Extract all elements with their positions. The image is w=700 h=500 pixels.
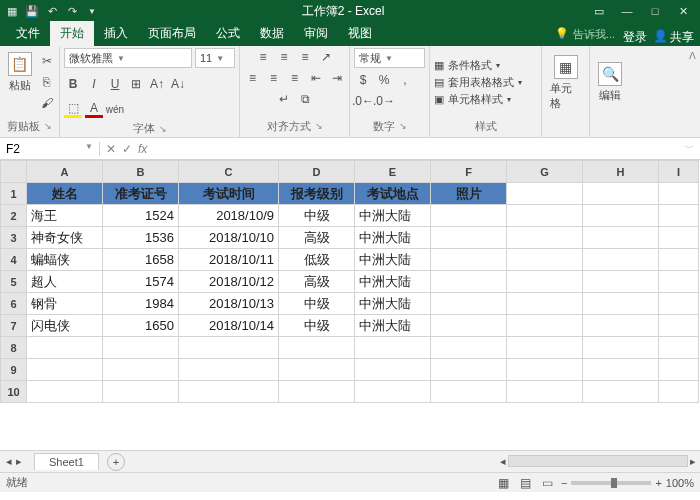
- currency-icon[interactable]: $: [354, 71, 372, 89]
- font-name-combo[interactable]: 微软雅黑▼: [64, 48, 192, 68]
- row-header-5[interactable]: 5: [1, 271, 27, 293]
- row-header-7[interactable]: 7: [1, 315, 27, 337]
- increase-indent-icon[interactable]: ⇥: [328, 69, 346, 87]
- tab-页面布局[interactable]: 页面布局: [138, 21, 206, 46]
- tab-文件[interactable]: 文件: [6, 21, 50, 46]
- border-icon[interactable]: ⊞: [127, 75, 145, 93]
- underline-icon[interactable]: U: [106, 75, 124, 93]
- cell-I1[interactable]: [659, 183, 699, 205]
- cell-H3[interactable]: [583, 227, 659, 249]
- cell-C5[interactable]: 2018/10/12: [179, 271, 279, 293]
- cell-H6[interactable]: [583, 293, 659, 315]
- tab-插入[interactable]: 插入: [94, 21, 138, 46]
- cell-B9[interactable]: [103, 359, 179, 381]
- cell-A3[interactable]: 神奇女侠: [27, 227, 103, 249]
- sheet-nav-next-icon[interactable]: ▸: [16, 455, 22, 468]
- cell-A6[interactable]: 钢骨: [27, 293, 103, 315]
- cell-D3[interactable]: 高级: [279, 227, 355, 249]
- format-painter-icon[interactable]: 🖌: [38, 94, 56, 112]
- cell-H1[interactable]: [583, 183, 659, 205]
- cell-G7[interactable]: [507, 315, 583, 337]
- expand-formula-icon[interactable]: ﹀: [679, 142, 700, 155]
- cell-C2[interactable]: 2018/10/9: [179, 205, 279, 227]
- cell-A1[interactable]: 姓名: [27, 183, 103, 205]
- cell-D4[interactable]: 低级: [279, 249, 355, 271]
- dialog-launcher-icon[interactable]: ↘: [159, 124, 167, 134]
- save-icon[interactable]: 💾: [24, 3, 40, 19]
- sheet-tab[interactable]: Sheet1: [34, 453, 99, 470]
- tell-me[interactable]: 💡告诉我...: [547, 23, 623, 46]
- hscroll-left-icon[interactable]: ◂: [500, 455, 506, 468]
- close-icon[interactable]: ✕: [670, 3, 696, 19]
- cell-F9[interactable]: [431, 359, 507, 381]
- row-header-8[interactable]: 8: [1, 337, 27, 359]
- cell-E7[interactable]: 中洲大陆: [355, 315, 431, 337]
- cancel-formula-icon[interactable]: ✕: [106, 142, 116, 156]
- col-header-D[interactable]: D: [279, 161, 355, 183]
- minimize-icon[interactable]: ―: [614, 3, 640, 19]
- cell-B7[interactable]: 1650: [103, 315, 179, 337]
- cell-E6[interactable]: 中洲大陆: [355, 293, 431, 315]
- col-header-F[interactable]: F: [431, 161, 507, 183]
- page-layout-icon[interactable]: ▤: [517, 474, 535, 492]
- cell-B3[interactable]: 1536: [103, 227, 179, 249]
- cells-button[interactable]: ▦单元格: [546, 53, 585, 113]
- cell-G3[interactable]: [507, 227, 583, 249]
- undo-icon[interactable]: ↶: [44, 3, 60, 19]
- page-break-icon[interactable]: ▭: [539, 474, 557, 492]
- cell-B8[interactable]: [103, 337, 179, 359]
- redo-icon[interactable]: ↷: [64, 3, 80, 19]
- cell-H8[interactable]: [583, 337, 659, 359]
- zoom-slider[interactable]: [571, 481, 651, 485]
- col-header-E[interactable]: E: [355, 161, 431, 183]
- cell-F5[interactable]: [431, 271, 507, 293]
- cell-D1[interactable]: 报考级别: [279, 183, 355, 205]
- row-header-6[interactable]: 6: [1, 293, 27, 315]
- cell-I2[interactable]: [659, 205, 699, 227]
- cell-C6[interactable]: 2018/10/13: [179, 293, 279, 315]
- cell-A9[interactable]: [27, 359, 103, 381]
- comma-icon[interactable]: ,: [396, 71, 414, 89]
- copy-icon[interactable]: ⎘: [38, 73, 56, 91]
- cell-I3[interactable]: [659, 227, 699, 249]
- align-right-icon[interactable]: ≡: [286, 69, 304, 87]
- dialog-launcher-icon[interactable]: ↘: [315, 121, 323, 131]
- cell-E3[interactable]: 中洲大陆: [355, 227, 431, 249]
- cell-styles-button[interactable]: ▣单元格样式▾: [434, 92, 522, 107]
- increase-font-icon[interactable]: A↑: [148, 75, 166, 93]
- dialog-launcher-icon[interactable]: ↘: [399, 121, 407, 131]
- cell-D5[interactable]: 高级: [279, 271, 355, 293]
- align-middle-icon[interactable]: ≡: [275, 48, 293, 66]
- col-header-C[interactable]: C: [179, 161, 279, 183]
- align-center-icon[interactable]: ≡: [265, 69, 283, 87]
- select-all-corner[interactable]: [1, 161, 27, 183]
- zoom-out-icon[interactable]: −: [561, 477, 567, 489]
- phonetic-icon[interactable]: wén: [106, 100, 124, 118]
- cell-A2[interactable]: 海王: [27, 205, 103, 227]
- cut-icon[interactable]: ✂: [38, 52, 56, 70]
- cell-D7[interactable]: 中级: [279, 315, 355, 337]
- italic-icon[interactable]: I: [85, 75, 103, 93]
- decrease-indent-icon[interactable]: ⇤: [307, 69, 325, 87]
- cell-D2[interactable]: 中级: [279, 205, 355, 227]
- number-format-combo[interactable]: 常规▼: [354, 48, 425, 68]
- name-box[interactable]: F2▼: [0, 142, 100, 156]
- cell-H5[interactable]: [583, 271, 659, 293]
- cell-G4[interactable]: [507, 249, 583, 271]
- cell-D10[interactable]: [279, 381, 355, 403]
- align-top-icon[interactable]: ≡: [254, 48, 272, 66]
- cell-C8[interactable]: [179, 337, 279, 359]
- cell-F4[interactable]: [431, 249, 507, 271]
- cell-E2[interactable]: 中洲大陆: [355, 205, 431, 227]
- cell-I4[interactable]: [659, 249, 699, 271]
- worksheet-grid[interactable]: ABCDEFGHI1姓名准考证号考试时间报考级别考试地点照片2海王1524201…: [0, 160, 700, 450]
- qat-dropdown-icon[interactable]: ▼: [84, 3, 100, 19]
- col-header-H[interactable]: H: [583, 161, 659, 183]
- cell-E9[interactable]: [355, 359, 431, 381]
- cell-G1[interactable]: [507, 183, 583, 205]
- tab-开始[interactable]: 开始: [50, 21, 94, 46]
- cell-I9[interactable]: [659, 359, 699, 381]
- cell-A5[interactable]: 超人: [27, 271, 103, 293]
- cell-D8[interactable]: [279, 337, 355, 359]
- cell-B2[interactable]: 1524: [103, 205, 179, 227]
